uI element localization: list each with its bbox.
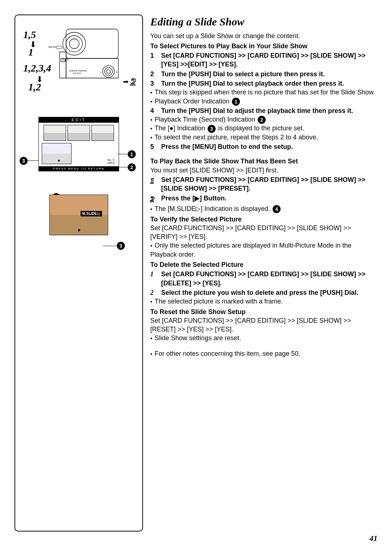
- note-text: The [M.SLIDE▷] Indication is displayed. …: [150, 204, 377, 213]
- no-sec-label: No. 59SEC: [107, 159, 115, 164]
- note-text: Playback Order Indication 1: [150, 97, 377, 106]
- callout-3: 3: [20, 157, 28, 165]
- step-number: 3: [150, 79, 156, 88]
- callout-3-inline: 3: [208, 125, 216, 133]
- thumbnail: [44, 125, 66, 141]
- page-number: 41: [369, 534, 377, 543]
- section-heading-playback: To Play Back the Slide Show That Has Bee…: [150, 157, 377, 166]
- arrow-right-icon: ➡: [123, 78, 128, 86]
- step-text: Turn the [PUSH] Dial to adjust the playb…: [161, 106, 353, 115]
- svg-text:−: −: [100, 70, 102, 74]
- step-number-outline: 1: [150, 175, 156, 193]
- step-text: Set [CARD FUNCTIONS] >> [CARD EDITING] >…: [161, 51, 377, 69]
- slide-preview-diagram: 4 M.SLIDE ● 3: [19, 195, 139, 253]
- step-number: 5: [150, 142, 156, 151]
- svg-text:+: +: [116, 70, 118, 74]
- callout-3b: 3: [117, 242, 125, 250]
- step-number: 2: [150, 70, 156, 78]
- svg-point-2: [66, 36, 82, 52]
- camera-outline-svg: MENU PUSH W.B/SHUTTER/IRIS VOL/JOG − +: [33, 23, 131, 94]
- instruction-column: Editing a Slide Show You can set up a Sl…: [150, 15, 377, 531]
- note-text: Playback Time (Second) Indication 2: [150, 115, 377, 124]
- callout-2: 2: [128, 163, 136, 171]
- edit-screen-diagram: 3 EDIT ● No. 59SEC PRESS MENU TO RETURN …: [19, 117, 139, 182]
- diagram-column: 1,5 ⬇ 1 1,2,3,4 ⬇ 1,2 MENU: [15, 15, 143, 531]
- svg-rect-9: [56, 46, 62, 49]
- step-text: Press the [MENU] Button to end the setup…: [161, 142, 293, 151]
- step-text: Turn the [PUSH] Dial to select a picture…: [161, 70, 325, 78]
- step-number: 1: [150, 51, 156, 69]
- note-text: This step is skipped when there is no pi…: [150, 88, 377, 97]
- diagram-outline-2: 2: [131, 76, 136, 88]
- svg-point-6: [105, 68, 113, 76]
- diagram-label-1a: 1: [28, 46, 33, 58]
- section-heading-reset: To Reset the Slide Show Setup: [150, 307, 377, 316]
- thumbnail: [91, 125, 114, 141]
- section-heading-select: To Select Pictures to Play Back in Your …: [150, 42, 377, 50]
- dot-indicator-icon: ●: [78, 227, 81, 233]
- verify-note: Only the selected pictures are displayed…: [150, 241, 377, 259]
- section-heading-verify: To Verify the Selected Picture: [150, 215, 377, 224]
- playback-pre-text: You must set [SLIDE SHOW] >> [EDIT] firs…: [150, 166, 377, 175]
- edit-screen-footer: PRESS MENU TO RETURN: [39, 166, 119, 171]
- step-text: Set [CARD FUNCTIONS] >> [CARD EDITING] >…: [161, 270, 377, 288]
- svg-text:VOL/JOG: VOL/JOG: [73, 72, 81, 74]
- intro-text: You can set up a Slide Show or change th…: [150, 32, 377, 40]
- note-text: The selected picture is marked with a fr…: [150, 297, 377, 306]
- svg-text:PUSH: PUSH: [62, 58, 69, 61]
- camera-diagram: 1,5 ⬇ 1 1,2,3,4 ⬇ 1,2 MENU: [19, 23, 139, 110]
- reset-note: Slide Show settings are reset.: [150, 334, 377, 342]
- svg-text:MENU: MENU: [48, 45, 57, 49]
- section-heading-delete: To Delete the Selected Picture: [150, 260, 377, 269]
- svg-point-7: [107, 70, 111, 74]
- reset-text: Set [CARD FUNCTIONS] >> [CARD EDITING] >…: [150, 316, 377, 334]
- step-text: Select the picture you wish to delete an…: [161, 288, 358, 297]
- step-text: Set [CARD FUNCTIONS] >> [CARD EDITING] >…: [161, 175, 377, 193]
- callout-2-inline: 2: [258, 116, 266, 124]
- thumbnail-large: ●: [42, 143, 72, 164]
- step-number-italic: 1: [150, 270, 156, 288]
- note-text: To select the next picture, repeat the S…: [150, 133, 377, 142]
- dot-indicator-icon: ●: [58, 158, 60, 163]
- step-number-italic: 2: [150, 288, 156, 297]
- edit-screen-title: EDIT: [39, 117, 119, 123]
- step-text: Turn the [PUSH] Dial to select playback …: [161, 79, 344, 88]
- svg-point-3: [69, 39, 79, 49]
- verify-text: Set [CARD FUNCTIONS] >> [CARD EDITING] >…: [150, 224, 377, 241]
- svg-text:W.B/SHUTTER/IRIS: W.B/SHUTTER/IRIS: [69, 70, 87, 72]
- note-text: The [●] Indication 3 is displayed to the…: [150, 124, 377, 133]
- thumbnail: [68, 125, 90, 141]
- step-number: 4: [150, 106, 156, 115]
- mslide-indicator: M.SLIDE: [81, 211, 102, 216]
- callout-1-inline: 1: [232, 98, 240, 106]
- callout-1: 1: [128, 150, 136, 158]
- svg-rect-0: [66, 29, 118, 58]
- page-title: Editing a Slide Show: [150, 15, 377, 29]
- footnote: For other notes concerning this item, se…: [150, 349, 377, 358]
- callout-4-inline: 4: [273, 205, 281, 213]
- step-text: Press the [▶] Button.: [161, 194, 226, 205]
- step-number-outline: 2: [150, 194, 156, 205]
